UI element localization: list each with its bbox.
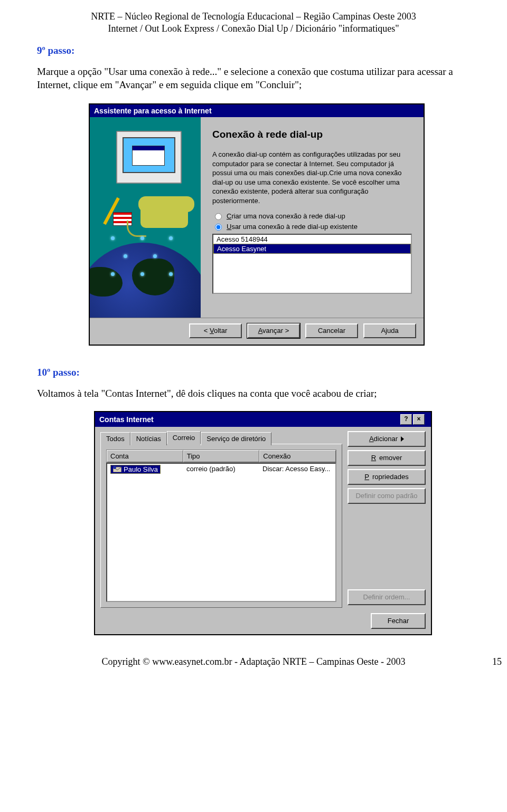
col-header-tipo[interactable]: Tipo [183, 450, 260, 462]
radio-create-new[interactable]: Criar uma nova conexão à rede dial-up [212, 212, 412, 220]
step9-text: Marque a opção "Usar uma conexão à rede.… [37, 65, 470, 92]
page-number: 15 [492, 656, 502, 667]
phone-base-icon [140, 203, 188, 228]
tab-todos[interactable]: Todos [100, 432, 130, 445]
radio-use-existing[interactable]: Usar uma conexão à rede dial-up existent… [212, 222, 412, 231]
list-item[interactable]: Acesso 5148944 [213, 235, 411, 244]
col-header-conexao[interactable]: Conexão [259, 450, 336, 462]
mail-account-icon [113, 466, 121, 472]
help-button[interactable]: Ajuda [363, 323, 416, 338]
wizard-titlebar: Assistente para acesso à Internet [90, 104, 424, 117]
wizard-window: Assistente para acesso à Internet [89, 103, 425, 346]
radio-use-text: sar uma conexão à rede dial-up existente [231, 223, 357, 231]
header-line2: Internet / Out Look Express / Conexão Di… [37, 23, 470, 35]
col-header-conta[interactable]: Conta [107, 450, 183, 462]
footer-text: Copyright © www.easynet.com.br - Adaptaç… [102, 656, 406, 667]
cell-tipo: correio (padrão) [183, 464, 259, 475]
cell-conexao: Discar: Acesso Easy... [259, 464, 335, 475]
set-default-button: Definir como padrão [348, 488, 426, 504]
svg-point-1 [113, 466, 116, 469]
remove-button[interactable]: Remover [348, 450, 426, 466]
header-line1: NRTE – Núcleo Regional de Tecnología Edu… [37, 11, 470, 23]
chevron-right-icon [401, 436, 404, 442]
list-item-selected[interactable]: Acesso Easynet [213, 244, 411, 254]
tab-noticias[interactable]: Notícias [130, 432, 167, 445]
accounts-list[interactable]: Paulo Silva correio (padrão) Discar: Ace… [106, 463, 336, 602]
accounts-window: Contas Internet ? × Todos Notícias Corre… [94, 411, 432, 635]
wizard-heading: Conexão à rede dial-up [212, 129, 412, 140]
step10-text: Voltamos à tela "Contas Internet", dê do… [37, 387, 470, 400]
back-button[interactable]: < Voltar [189, 323, 242, 338]
table-row[interactable]: Paulo Silva correio (padrão) Discar: Ace… [107, 464, 335, 475]
properties-button[interactable]: Propriedades [348, 469, 426, 485]
cancel-button[interactable]: Cancelar [305, 323, 358, 338]
close-icon[interactable]: × [413, 414, 425, 425]
radio-new-accel: C [227, 212, 231, 220]
radio-new-text: riar uma nova conexão à rede dial-up [231, 212, 345, 220]
next-button[interactable]: Avançar > [247, 323, 300, 338]
connections-listbox[interactable]: Acesso 5148944 Acesso Easynet [212, 234, 412, 294]
cell-conta: Paulo Silva [124, 465, 158, 473]
tab-correio[interactable]: Correio [167, 431, 201, 444]
set-order-button: Definir ordem... [348, 589, 426, 605]
help-icon[interactable]: ? [400, 414, 412, 425]
radio-create-new-input[interactable] [215, 213, 222, 220]
close-button[interactable]: Fechar [371, 613, 426, 629]
tab-servico[interactable]: Serviço de diretório [201, 432, 271, 445]
globe-icon [90, 243, 201, 318]
monitor-icon [116, 131, 182, 184]
wizard-paragraph: A conexão dial-up contém as configuraçõe… [212, 150, 412, 205]
step9-heading: 9º passo: [37, 45, 470, 56]
wizard-illustration [90, 117, 201, 318]
radio-use-accel: U [227, 223, 231, 231]
add-button[interactable]: Adicionar [348, 431, 426, 447]
step10-heading: 10º passo: [37, 367, 470, 378]
radio-use-existing-input[interactable] [215, 224, 222, 231]
accounts-titlebar: Contas Internet [99, 415, 154, 424]
